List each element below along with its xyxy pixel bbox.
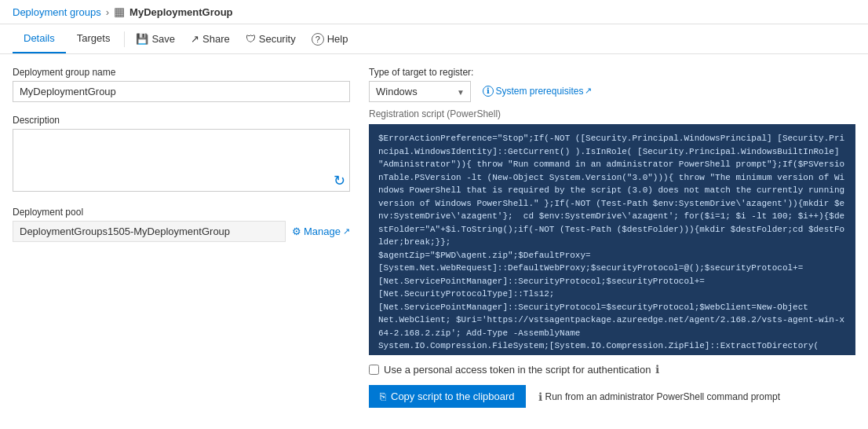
info-circle-icon: ℹ — [483, 86, 494, 97]
description-label: Description — [13, 115, 350, 126]
run-info-icon: ℹ — [538, 390, 542, 403]
right-panel: Type of target to register: Windows Linu… — [369, 67, 855, 408]
deployment-pool-field: Deployment pool ⚙ Manage ↗ — [13, 207, 350, 242]
copy-icon: ⎘ — [380, 390, 386, 402]
main-content: Deployment group name Description ↻ Depl… — [0, 54, 868, 420]
breadcrumb-parent[interactable]: Deployment groups — [13, 6, 101, 18]
target-type-row: Type of target to register: Windows Linu… — [369, 67, 855, 102]
description-field: Description ↻ — [13, 115, 350, 194]
save-icon: 💾 — [136, 33, 148, 45]
reg-script-label: Registration script (PowerShell) — [369, 108, 855, 119]
sys-prereq-link[interactable]: ℹ System prerequisites ↗ — [483, 86, 592, 97]
help-button[interactable]: ? Help — [304, 28, 356, 50]
tab-separator — [124, 31, 125, 47]
group-name-field: Deployment group name — [13, 67, 350, 102]
pool-input — [13, 221, 286, 242]
pool-row: ⚙ Manage ↗ — [13, 221, 350, 242]
share-button[interactable]: ↗ Share — [183, 28, 238, 50]
tab-targets[interactable]: Targets — [66, 24, 122, 53]
personal-access-token-checkbox[interactable] — [369, 365, 379, 375]
external-link-icon: ↗ — [585, 86, 592, 96]
refresh-icon[interactable]: ↻ — [334, 172, 345, 189]
security-button[interactable]: 🛡 Security — [238, 28, 304, 50]
help-icon: ? — [312, 33, 324, 46]
save-button[interactable]: 💾 Save — [128, 28, 183, 50]
checkbox-row: Use a personal access token in the scrip… — [369, 355, 855, 382]
target-type-group: Type of target to register: Windows Linu… — [369, 67, 473, 102]
pool-label: Deployment pool — [13, 207, 350, 218]
target-select-wrapper: Windows Linux macOS ▼ — [369, 81, 471, 102]
breadcrumb: Deployment groups › ▦ MyDeploymentGroup — [13, 5, 233, 19]
copy-script-button[interactable]: ⎘ Copy script to the clipboard — [369, 385, 526, 408]
personal-access-token-label: Use a personal access token in the scrip… — [384, 364, 651, 376]
group-name-input[interactable] — [13, 81, 350, 102]
security-icon: 🛡 — [246, 33, 256, 45]
description-textarea[interactable] — [13, 129, 350, 192]
left-panel: Deployment group name Description ↻ Depl… — [13, 67, 350, 408]
target-type-label: Type of target to register: — [369, 67, 473, 78]
group-name-label: Deployment group name — [13, 67, 350, 78]
share-icon: ↗ — [191, 33, 199, 45]
tab-details[interactable]: Details — [13, 24, 66, 53]
run-info: ℹ Run from an administrator PowerShell c… — [538, 390, 780, 403]
tab-bar: Details Targets 💾 Save ↗ Share 🛡 Securit… — [0, 24, 868, 54]
manage-link[interactable]: ⚙ Manage ↗ — [292, 226, 350, 237]
script-box: $ErrorActionPreference="Stop";If(-NOT ([… — [369, 124, 855, 355]
target-type-select[interactable]: Windows Linux macOS — [369, 81, 471, 102]
bottom-action-row: ⎘ Copy script to the clipboard ℹ Run fro… — [369, 382, 855, 408]
breadcrumb-current: MyDeploymentGroup — [129, 6, 232, 18]
manage-external-icon: ↗ — [343, 226, 350, 236]
description-wrapper: ↻ — [13, 129, 350, 194]
manage-icon: ⚙ — [292, 226, 301, 237]
top-bar: Deployment groups › ▦ MyDeploymentGroup — [0, 0, 868, 24]
breadcrumb-icon: ▦ — [114, 5, 125, 19]
checkbox-info-icon[interactable]: ℹ — [655, 363, 659, 376]
breadcrumb-separator: › — [106, 6, 109, 18]
